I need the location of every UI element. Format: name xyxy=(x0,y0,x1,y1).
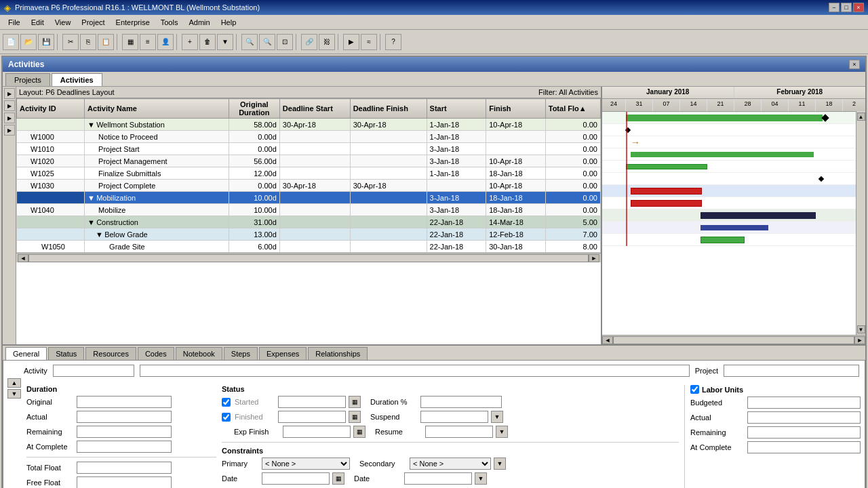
resume-input[interactable] xyxy=(425,426,493,438)
tb-link[interactable]: 🔗 xyxy=(301,34,317,50)
tb-fit[interactable]: ⊡ xyxy=(277,34,293,50)
tb-help[interactable]: ? xyxy=(385,34,401,50)
gantt-scroll-down[interactable]: ▼ xyxy=(857,325,865,333)
suspend-input[interactable] xyxy=(420,411,488,423)
remaining-input[interactable] xyxy=(77,426,172,438)
gantt-scroll-left[interactable]: ◄ xyxy=(602,336,613,344)
gantt-scroll-right[interactable]: ► xyxy=(854,336,865,344)
labor-remaining-input[interactable] xyxy=(747,426,861,439)
activity-name-input[interactable] xyxy=(140,365,690,377)
free-float-input[interactable] xyxy=(77,476,172,488)
col-activity-id[interactable]: Activity ID xyxy=(17,99,85,119)
at-complete-input[interactable] xyxy=(77,441,172,453)
table-row[interactable]: W1050 Grade Site 6.00d 22-Jan-18 30-Jan-… xyxy=(17,241,601,253)
table-row[interactable]: W1030 Project Complete 0.00d 30-Apr-18 3… xyxy=(17,180,601,192)
sidebar-icon-3[interactable]: ▶ xyxy=(4,113,15,123)
tb-gantt[interactable]: ≡ xyxy=(140,34,156,50)
tb-cut[interactable]: ✂ xyxy=(62,34,79,50)
tb-activities[interactable]: ▦ xyxy=(122,34,138,50)
menu-admin[interactable]: Admin xyxy=(183,17,215,28)
secondary-select[interactable]: < None > xyxy=(410,458,491,470)
scroll-up-btn[interactable]: ▲ xyxy=(7,378,21,388)
duration-pct-input[interactable] xyxy=(420,396,502,408)
activities-close-btn[interactable]: × xyxy=(849,60,860,69)
table-row[interactable]: W1010 Project Start 0.00d 3-Jan-18 0.00 xyxy=(17,143,601,155)
tab-resources[interactable]: Resources xyxy=(85,347,136,360)
menu-edit[interactable]: Edit xyxy=(26,17,50,28)
menu-enterprise[interactable]: Enterprise xyxy=(111,17,155,28)
minimize-button[interactable]: − xyxy=(829,3,840,12)
scroll-right-btn[interactable]: ► xyxy=(589,254,599,262)
tab-codes[interactable]: Codes xyxy=(138,347,174,360)
tb-copy[interactable]: ⎘ xyxy=(80,34,96,50)
started-date-input[interactable] xyxy=(278,396,346,408)
col-activity-name[interactable]: Activity Name xyxy=(85,99,229,119)
table-row[interactable]: ▼ Construction 31.00d 22-Jan-18 14-Mar-1… xyxy=(17,216,601,228)
gantt-hscroll[interactable]: ◄ ► xyxy=(602,335,865,344)
maximize-button[interactable]: □ xyxy=(841,3,852,12)
exp-finish-input[interactable] xyxy=(283,426,351,438)
tab-projects[interactable]: Projects xyxy=(5,73,50,86)
gantt-scroll-up[interactable]: ▲ xyxy=(857,113,865,121)
tab-general[interactable]: General xyxy=(5,347,47,360)
tb-filter[interactable]: ▼ xyxy=(217,34,233,50)
finished-date-input[interactable] xyxy=(278,411,346,423)
tb-delete[interactable]: 🗑 xyxy=(199,34,216,50)
labor-budgeted-input[interactable] xyxy=(747,396,861,409)
tb-paste[interactable]: 📋 xyxy=(98,34,114,50)
close-button[interactable]: × xyxy=(853,3,864,12)
tb-level[interactable]: ≈ xyxy=(361,34,377,50)
tb-open[interactable]: 📂 xyxy=(20,34,37,50)
menu-view[interactable]: View xyxy=(50,17,77,28)
finished-checkbox[interactable] xyxy=(222,413,231,422)
sidebar-icon-1[interactable]: ▶ xyxy=(4,88,15,99)
col-finish[interactable]: Finish xyxy=(486,99,546,119)
tab-activities[interactable]: Activities xyxy=(52,73,102,86)
date2-input[interactable] xyxy=(404,472,472,485)
tab-notebook[interactable]: Notebook xyxy=(176,347,222,360)
tb-add[interactable]: + xyxy=(182,34,198,50)
labor-at-complete-input[interactable] xyxy=(747,441,861,453)
table-row[interactable]: ▼ Wellmont Substation 58.00d 30-Apr-18 3… xyxy=(17,119,601,131)
actual-input[interactable] xyxy=(77,411,172,423)
scroll-down-btn[interactable]: ▼ xyxy=(7,389,21,399)
labor-actual-input[interactable] xyxy=(747,411,861,424)
horizontal-scrollbar[interactable]: ◄ ► xyxy=(16,253,601,262)
date1-input[interactable] xyxy=(262,472,330,485)
col-dl-finish[interactable]: Deadline Finish xyxy=(350,99,427,119)
col-dl-start[interactable]: Deadline Start xyxy=(279,99,350,119)
tab-expenses[interactable]: Expenses xyxy=(259,347,307,360)
table-row[interactable]: W1025 Finalize Submittals 12.00d 1-Jan-1… xyxy=(17,167,601,180)
date2-drop-btn[interactable]: ▼ xyxy=(475,472,487,485)
col-total-float[interactable]: Total Flo▲ xyxy=(545,99,600,119)
gantt-vscroll[interactable]: ▲ ▼ xyxy=(856,111,865,335)
table-row-selected[interactable]: ▼ Mobilization 10.00d 3-Jan-18 18-Jan-18… xyxy=(17,192,601,204)
tb-zoom-out[interactable]: 🔍 xyxy=(259,34,275,50)
sidebar-icon-4[interactable]: ▶ xyxy=(4,125,15,136)
grid-scroll-area[interactable]: Layout: P6 Deadlines Layout Filter: All … xyxy=(16,87,601,344)
project-input[interactable] xyxy=(724,365,859,377)
suspend-drop-btn[interactable]: ▼ xyxy=(491,411,503,423)
finished-cal-btn[interactable]: ▦ xyxy=(349,411,361,423)
tb-zoom-in[interactable]: 🔍 xyxy=(241,34,258,50)
scroll-left-btn[interactable]: ◄ xyxy=(18,254,28,262)
activity-input[interactable] xyxy=(53,365,134,377)
resume-drop-btn[interactable]: ▼ xyxy=(496,426,508,438)
tab-relationships[interactable]: Relationships xyxy=(308,347,368,360)
sidebar-icon-2[interactable]: ▶ xyxy=(4,100,15,111)
secondary-drop-btn[interactable]: ▼ xyxy=(494,458,506,470)
tb-schedule[interactable]: ▶ xyxy=(343,34,359,50)
table-row[interactable]: W1020 Project Management 56.00d 3-Jan-18… xyxy=(17,155,601,167)
exp-finish-cal-btn[interactable]: ▦ xyxy=(353,426,366,438)
col-orig-dur[interactable]: OriginalDuration xyxy=(229,99,279,119)
menu-project[interactable]: Project xyxy=(76,17,110,28)
tab-steps[interactable]: Steps xyxy=(224,347,258,360)
menu-tools[interactable]: Tools xyxy=(155,17,184,28)
menu-help[interactable]: Help xyxy=(216,17,242,28)
labor-checkbox[interactable] xyxy=(690,385,699,394)
tab-status[interactable]: Status xyxy=(48,347,84,360)
started-cal-btn[interactable]: ▦ xyxy=(349,396,361,408)
table-row[interactable]: ▼ Below Grade 13.00d 22-Jan-18 12-Feb-18… xyxy=(17,228,601,241)
col-start[interactable]: Start xyxy=(427,99,486,119)
started-checkbox[interactable] xyxy=(222,398,231,407)
